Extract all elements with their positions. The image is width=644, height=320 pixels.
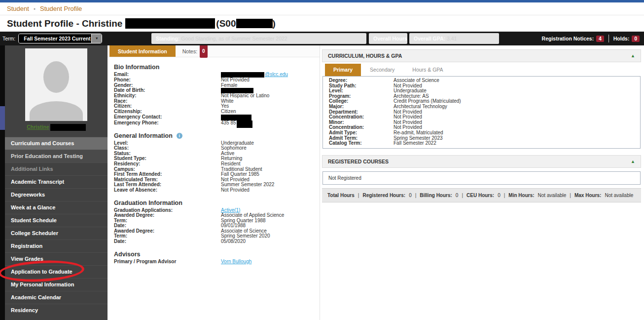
email-link[interactable]: @slcc.edu bbox=[265, 72, 288, 77]
registration-notices-button[interactable]: Registration Notices: 4 bbox=[542, 36, 604, 42]
tab-primary[interactable]: Primary bbox=[325, 64, 361, 76]
field-value: Citizen bbox=[221, 109, 236, 115]
field-label: Primary / Program Advisor bbox=[114, 259, 221, 265]
sidebar-item-week-at-a-glance[interactable]: Week at a Glance bbox=[5, 201, 107, 214]
chevron-down-icon[interactable]: ▼ bbox=[92, 34, 102, 43]
field-label: Ethnicity: bbox=[114, 93, 221, 99]
phone-partial: 435 85 bbox=[221, 120, 236, 125]
total-label: Total Hours bbox=[327, 193, 355, 198]
sidebar: Christine Curriculum and Courses Prior E… bbox=[5, 45, 107, 320]
collapse-chevron-icon[interactable]: ▲ bbox=[631, 53, 635, 58]
bio-row-email: Email: @slcc.edu bbox=[114, 72, 320, 78]
term-select[interactable]: Fall Semester 2023 Current ... ▼ bbox=[18, 34, 102, 43]
heading-text: General Information bbox=[114, 132, 173, 139]
collapse-chevron-icon[interactable]: ▲ bbox=[631, 159, 635, 164]
general-information-heading: General Information i bbox=[114, 132, 320, 139]
sidebar-item-view-grades[interactable]: View Grades bbox=[5, 252, 107, 265]
sidebar-item-application-to-graduate[interactable]: Application to Graduate bbox=[5, 265, 107, 278]
redaction-box bbox=[125, 18, 215, 29]
divider bbox=[608, 35, 609, 42]
breadcrumb-student[interactable]: Student bbox=[7, 5, 29, 12]
registration-notices-label: Registration Notices: bbox=[542, 36, 594, 41]
sidebar-item-my-personal-information[interactable]: My Personal Information bbox=[5, 278, 107, 291]
sidebar-item-degreeworks[interactable]: Degreeworks bbox=[5, 188, 107, 201]
bio-row-citizenship: Citizenship: Citizen bbox=[114, 109, 320, 115]
overall-gpa-display: Overall GPA: 3.41 bbox=[409, 33, 499, 44]
standing-label: Standing: bbox=[156, 36, 179, 41]
bio-row-phone: Phone: Not Provided bbox=[114, 78, 320, 83]
student-profile-page: Student ● Student Profile Student Profil… bbox=[0, 0, 644, 320]
curriculum-row: Admit Term:Spring Semester 2023 bbox=[323, 136, 640, 141]
separator: | bbox=[570, 193, 571, 198]
tab-student-information[interactable]: Student Information bbox=[109, 45, 176, 57]
curriculum-row: Concentration:Not Provided bbox=[323, 115, 640, 120]
advisor-link[interactable]: Vorn Bullough bbox=[221, 259, 251, 264]
sidebar-item-curriculum-and-courses[interactable]: Curriculum and Courses bbox=[5, 137, 107, 150]
sidebar-item-student-schedule[interactable]: Student Schedule bbox=[5, 214, 107, 227]
curriculum-row: Admit Type:Re-admit, Matriculated bbox=[323, 130, 640, 136]
student-information-panel: Student Information Notes: 0 Bio Informa… bbox=[107, 45, 320, 320]
holds-button[interactable]: Holds: 0 bbox=[613, 36, 640, 42]
sidebar-item-residency[interactable]: Residency bbox=[5, 304, 107, 317]
sidebar-item-prior-education-and-testing[interactable]: Prior Education and Testing bbox=[5, 150, 107, 162]
tab-notes[interactable]: Notes: 0 bbox=[176, 45, 215, 57]
field-value: Resident bbox=[221, 161, 240, 167]
field-label: Phone: bbox=[114, 78, 221, 83]
field-label: Degree: bbox=[323, 78, 394, 83]
curriculum-content-box: Degree:Associate of Science Study Path:N… bbox=[322, 76, 641, 149]
field-label: Date: bbox=[114, 239, 221, 244]
field-value: Not Provided bbox=[221, 188, 250, 193]
advisor-row: Primary / Program Advisor Vorn Bullough bbox=[114, 259, 320, 265]
student-name-link[interactable]: Christine bbox=[27, 124, 49, 130]
breadcrumb-student-profile[interactable]: Student Profile bbox=[40, 5, 82, 12]
student-name-row: Christine bbox=[5, 124, 107, 131]
tab-secondary[interactable]: Secondary bbox=[361, 64, 403, 76]
sidebar-item-registration[interactable]: Registration bbox=[5, 240, 107, 252]
general-row: Student Type:Returning bbox=[114, 156, 320, 161]
holds-badge: 0 bbox=[632, 36, 640, 42]
tab-hours-gpa[interactable]: Hours & GPA bbox=[403, 64, 452, 76]
term-label: Term: bbox=[2, 36, 15, 41]
notes-badge: 0 bbox=[200, 45, 208, 58]
field-label: Admit Type: bbox=[323, 130, 394, 136]
separator: | bbox=[504, 193, 505, 198]
bio-row-citizen: Citizen: Yes bbox=[114, 104, 320, 109]
main-tab-row: Student Information Notes: 0 bbox=[107, 45, 320, 57]
curriculum-panel-header: CURRICULUM, HOURS & GPA ▲ bbox=[322, 49, 641, 62]
overall-gpa-label: Overall GPA: bbox=[414, 36, 445, 41]
scrollbar-thumb[interactable] bbox=[0, 106, 5, 130]
redaction-box bbox=[236, 19, 273, 28]
field-label: Leave of Absence: bbox=[114, 188, 221, 193]
sidebar-item-academic-transcript[interactable]: Academic Transcript bbox=[5, 175, 107, 188]
left-scrollbar bbox=[0, 45, 5, 320]
total-value: 0 bbox=[498, 193, 501, 198]
standing-value: Good Standing, as of Summer Semester 202… bbox=[181, 36, 287, 41]
graduation-row: Awarded Degree:Associate of Applied Scie… bbox=[114, 213, 320, 218]
bio-row-emergency-contact: Emergency Contact: bbox=[114, 115, 320, 120]
notes-label: Notes: bbox=[182, 45, 197, 57]
overall-gpa-value: 3.41 bbox=[447, 36, 457, 41]
field-value: Re-admit, Matriculated bbox=[394, 130, 443, 136]
curriculum-row: Level:Undergraduate bbox=[323, 88, 640, 94]
curriculum-row: Degree:Associate of Science bbox=[323, 78, 640, 83]
standing-display: Standing: Good Standing, as of Summer Se… bbox=[151, 33, 366, 44]
content-area: Christine Curriculum and Courses Prior E… bbox=[0, 45, 644, 320]
graduation-applications-link[interactable]: Active(1) bbox=[221, 207, 240, 213]
total-label: CEU Hours: bbox=[466, 193, 494, 198]
graduation-information-heading: Graduation Information bbox=[114, 200, 320, 206]
term-select-value[interactable]: Fall Semester 2023 Current ... bbox=[19, 34, 92, 43]
breadcrumb: Student ● Student Profile bbox=[0, 2, 644, 15]
page-title: Student Profile - Christine (S00 ) bbox=[0, 15, 644, 32]
info-icon[interactable]: i bbox=[177, 133, 182, 139]
registration-notices-badge: 4 bbox=[596, 36, 604, 42]
sidebar-item-college-scheduler[interactable]: College Scheduler bbox=[5, 227, 107, 240]
main-sections: Bio Information Email: @slcc.edu Phone: … bbox=[107, 64, 320, 264]
curriculum-row: Minor:Not Provided bbox=[323, 120, 640, 125]
field-label: Major: bbox=[323, 104, 394, 110]
student-photo-placeholder bbox=[25, 48, 87, 121]
bio-row-ethnicity: Ethnicity: Not Hispanic or Latino bbox=[114, 93, 320, 99]
graduation-row: Awarded Degree:Associate of Science bbox=[114, 229, 320, 234]
advisors-heading: Advisors bbox=[114, 251, 320, 258]
bio-row-emergency-phone: Emergency Phone: 435 85 bbox=[114, 120, 320, 126]
sidebar-item-academic-calendar[interactable]: Academic Calendar bbox=[5, 291, 107, 304]
